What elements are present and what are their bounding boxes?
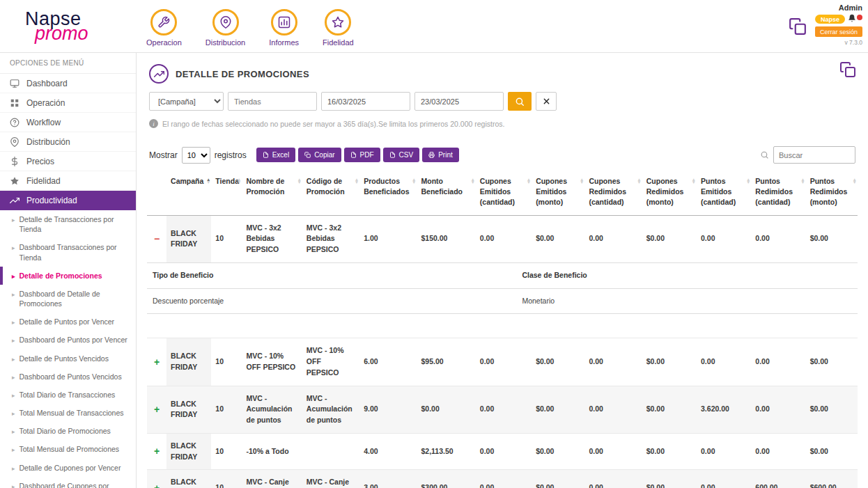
cell-puntos-redimidos-cantidad: 0.00 — [751, 386, 805, 433]
column-header-monto[interactable]: Monto Beneficiado — [417, 173, 475, 215]
sidebar-item-dashboard[interactable]: Dashboard — [0, 74, 136, 93]
file-icon — [263, 152, 269, 158]
date-from-input[interactable] — [321, 92, 410, 111]
sidebar-item-operacion[interactable]: Operación — [0, 93, 136, 113]
sidebar-subitem-detalle-cupones-vencer[interactable]: Detalle de Cupones por Vencer — [0, 459, 136, 477]
layers-icon[interactable] — [789, 17, 807, 38]
table-row: − BLACK FRIDAY 10 MVC - 3x2 Bebidas PEPS… — [147, 215, 858, 262]
excel-button[interactable]: Excel — [256, 148, 295, 162]
notification-badge — [857, 15, 862, 20]
sidebar-subitem-total-diario-promociones[interactable]: Total Diario de Promociones — [0, 422, 136, 440]
logout-button[interactable]: Cerrar sesión — [815, 26, 862, 37]
expand-row-toggle[interactable]: + — [147, 470, 166, 488]
sidebar-item-label: Workflow — [26, 118, 61, 127]
column-header-nombre[interactable]: Nombre de Promoción — [242, 173, 302, 215]
sort-icon — [355, 178, 359, 184]
cell-cupones-redimidos-monto: $0.00 — [642, 386, 697, 433]
header-right: Admin Napse Cerrar sesión v 7.3.0 — [789, 3, 862, 46]
bell-icon[interactable] — [848, 14, 856, 24]
sidebar-subitem-detalle-transacciones[interactable]: Detalle de Transacciones por Tienda — [0, 210, 136, 238]
sidebar-subitem-dashboard-puntos-vencidos[interactable]: Dashboard de Puntos Vencidos — [0, 368, 136, 386]
cell-cupones-redimidos-monto: $0.00 — [642, 215, 697, 262]
cell-cupones-redimidos-cantidad: 0.00 — [584, 386, 642, 433]
sidebar-subitem-detalle-promociones[interactable]: Detalle de Promociones — [0, 267, 136, 285]
page-size-select[interactable]: 10 — [182, 147, 210, 164]
file-icon — [350, 152, 357, 158]
help-circle-icon — [10, 118, 20, 127]
sort-icon — [800, 178, 805, 184]
records-label: registros — [215, 150, 247, 160]
column-header-codigo[interactable]: Código de Promoción — [302, 173, 359, 215]
nav-item-operacion[interactable]: Operacion — [146, 9, 182, 47]
sidebar-subitem-dashboard-puntos-vencer[interactable]: Dashboard de Puntos por Vencer — [0, 331, 136, 349]
cell-nombre: -10% a Todo — [242, 433, 302, 470]
sidebar-item-workflow[interactable]: Workflow — [0, 113, 136, 132]
print-button[interactable]: Print — [422, 148, 459, 162]
column-header-puntos-redimidos-monto[interactable]: Puntos Redimidos (monto) — [806, 173, 858, 215]
chevron-right-icon — [12, 317, 15, 326]
sidebar-subitem-detalle-puntos-vencer[interactable]: Detalle de Puntos por Vencer — [0, 313, 136, 331]
badge-row: Napse — [815, 14, 862, 24]
cell-tienda: 10 — [211, 470, 242, 488]
cell-puntos-redimidos-monto: $0.00 — [806, 215, 858, 262]
csv-button[interactable]: CSV — [383, 148, 420, 162]
column-header-productos[interactable]: Productos Beneficiados — [359, 173, 417, 215]
search-button[interactable] — [508, 92, 532, 111]
monitor-icon — [10, 79, 20, 88]
cell-tienda: 10 — [211, 338, 242, 386]
table-row: + BLACK FRIDAY 10 MVC - 10% OFF PEPSICO … — [147, 338, 858, 386]
layers-icon[interactable] — [839, 61, 856, 80]
column-header-puntos-redimidos-cantidad[interactable]: Puntos Redimidos (cantidad) — [751, 173, 805, 215]
page-title: DETALLE DE PROMOCIONES — [176, 69, 309, 79]
search-icon — [760, 150, 769, 159]
collapse-row-toggle[interactable]: − — [147, 215, 166, 262]
app-header: Napse promo Operacion Distribucion Infor… — [0, 0, 868, 53]
clear-filters-button[interactable] — [536, 92, 557, 111]
column-header-tienda[interactable]: Tienda — [211, 173, 242, 215]
expand-row-toggle[interactable]: + — [147, 433, 166, 470]
column-header-cupones-redimidos-cantidad[interactable]: Cupones Redimidos (cantidad) — [584, 173, 642, 215]
filter-bar: [Campaña] — [149, 92, 855, 111]
sidebar-item-fidelidad[interactable]: Fidelidad — [0, 171, 136, 191]
column-header-cupones-redimidos-monto[interactable]: Cupones Redimidos (monto) — [642, 173, 697, 215]
nav-item-distribucion[interactable]: Distribucion — [206, 9, 245, 47]
sidebar-subitem-total-mensual-promociones[interactable]: Total Mensual de Promociones — [0, 440, 136, 458]
expand-row-toggle[interactable]: + — [147, 386, 166, 433]
stores-input[interactable] — [228, 92, 317, 111]
sidebar-item-label: Distribución — [26, 137, 70, 147]
pdf-button[interactable]: PDF — [344, 148, 380, 162]
sidebar-subitem-dashboard-transacciones[interactable]: Dashboard Transacciones por Tienda — [0, 238, 136, 266]
chevron-right-icon — [12, 408, 15, 418]
column-header-campana[interactable]: Campaña — [166, 173, 211, 215]
cell-productos: 6.00 — [359, 338, 417, 386]
sort-icon — [527, 178, 531, 184]
table-search-input[interactable] — [773, 146, 855, 164]
chevron-right-icon — [12, 214, 15, 224]
cell-productos: 3.00 — [359, 470, 417, 488]
sidebar-subitem-total-diario-transacciones[interactable]: Total Diario de Transacciones — [0, 386, 136, 404]
sidebar-item-distribucion[interactable]: Distribución — [0, 132, 136, 152]
copy-button[interactable]: Copiar — [298, 148, 341, 162]
campaign-select[interactable]: [Campaña] — [149, 92, 224, 111]
nav-item-fidelidad[interactable]: Fidelidad — [323, 9, 354, 47]
sidebar-subitem-detalle-puntos-vencidos[interactable]: Detalle de Puntos Vencidos — [0, 349, 136, 368]
nav-item-informes[interactable]: Informes — [269, 9, 299, 47]
column-header-cupones-emitidos-monto[interactable]: Cupones Emitidos (monto) — [532, 173, 584, 215]
column-header-cupones-emitidos-cantidad[interactable]: Cupones Emitidos (cantidad) — [476, 173, 532, 215]
cell-nombre: MVC - 3x2 Bebidas PEPSICO — [242, 215, 302, 262]
column-header-puntos-emitidos-cantidad[interactable]: Puntos Emitidos (cantidad) — [697, 173, 751, 215]
cell-cupones-redimidos-monto: $0.00 — [642, 433, 697, 470]
sidebar-item-productividad[interactable]: Productividad — [0, 191, 136, 210]
sidebar-subitem-dashboard-detalle-promociones[interactable]: Dashboard de Detalle de Promociones — [0, 285, 136, 313]
expand-row-toggle[interactable]: + — [147, 338, 166, 386]
cell-cupones-emitidos-monto: $0.00 — [532, 433, 584, 470]
sidebar-item-precios[interactable]: Precios — [0, 152, 136, 171]
sort-icon — [297, 178, 301, 184]
date-to-input[interactable] — [414, 92, 504, 111]
cell-puntos-redimidos-cantidad: 0.00 — [751, 338, 805, 386]
benefit-type-label: Tipo de Beneficio — [147, 263, 516, 289]
nav-label: Operacion — [146, 38, 182, 47]
sidebar-subitem-dashboard-cupones-vencer[interactable]: Dashboard de Cupones por Vencer — [0, 477, 136, 488]
sidebar-subitem-total-mensual-transacciones[interactable]: Total Mensual de Transacciones — [0, 404, 136, 422]
user-name: Admin — [839, 3, 862, 12]
